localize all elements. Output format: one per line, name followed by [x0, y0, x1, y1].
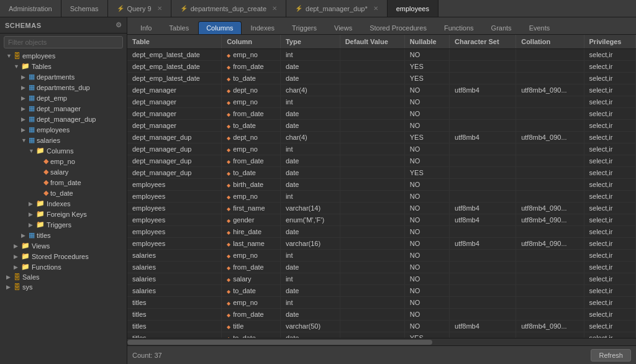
- sidebar-item-sys-db[interactable]: ▶ 🗄 sys: [0, 282, 127, 292]
- arrow-icon: ▶: [14, 243, 20, 249]
- table-row[interactable]: employees ◆gender enum('M','F') NO utf8m…: [127, 214, 636, 226]
- table-row[interactable]: employees ◆emp_no int NO select,ir: [127, 191, 636, 202]
- sidebar-label: Columns: [47, 147, 73, 155]
- table-row[interactable]: titles ◆emp_no int NO select,ir: [127, 297, 636, 309]
- sidebar-item-salary-col[interactable]: ◆ salary: [0, 166, 127, 177]
- sidebar-item-departments[interactable]: ▶ ▦ departments: [0, 71, 127, 82]
- tab-administration[interactable]: Administration: [0, 0, 61, 17]
- cell-charset: [450, 155, 516, 167]
- sidebar-title: SCHEMAS: [5, 22, 42, 29]
- tab-triggers[interactable]: Triggers: [284, 21, 325, 34]
- table-row[interactable]: titles ◆from_date date NO select,ir: [127, 309, 636, 321]
- cell-column: ◆to_date: [222, 73, 281, 84]
- tab-schemas[interactable]: Schemas: [61, 0, 108, 17]
- table-row[interactable]: salaries ◆salary int NO select,ir: [127, 273, 636, 285]
- gear-icon[interactable]: ⚙: [116, 21, 122, 29]
- tab-tables[interactable]: Tables: [161, 21, 197, 34]
- cell-privileges: select,ir: [584, 143, 635, 155]
- tab-grants[interactable]: Grants: [483, 21, 520, 34]
- sidebar-item-to-date-col[interactable]: ◆ to_date: [0, 188, 127, 198]
- cell-type: date: [280, 226, 340, 238]
- columns-table: Table Column Type Default Value Nullable…: [127, 35, 636, 338]
- sidebar-item-columns-folder[interactable]: ▼ 📁 Columns: [0, 145, 127, 156]
- sidebar-item-dept-emp[interactable]: ▶ ▦ dept_emp: [0, 93, 127, 103]
- sidebar-item-from-date-col[interactable]: ◆ from_date: [0, 177, 127, 188]
- cell-collation: [516, 73, 584, 84]
- cell-charset: [450, 120, 516, 132]
- cell-column: ◆emp_no: [222, 96, 281, 108]
- table-row[interactable]: dept_emp_latest_date ◆emp_no int NO sele…: [127, 49, 636, 61]
- cell-nullable: NO: [404, 155, 449, 167]
- table-row[interactable]: dept_manager ◆from_date date NO select,i…: [127, 108, 636, 120]
- tab-views[interactable]: Views: [326, 21, 360, 34]
- sidebar-item-foreign-keys-folder[interactable]: ▶ 📁 Foreign Keys: [0, 209, 127, 219]
- cell-nullable: NO: [404, 179, 449, 191]
- tab-employees[interactable]: employees: [388, 0, 438, 17]
- close-icon-2[interactable]: ✕: [272, 5, 277, 12]
- sidebar-item-dept-manager-dup[interactable]: ▶ ▦ dept_manager_dup: [0, 114, 127, 124]
- tab-dept-manager-dup[interactable]: ⚡ dept_manager_dup* ✕: [286, 0, 388, 17]
- cell-privileges: select,ir: [584, 273, 635, 285]
- tab-stored-procedures[interactable]: Stored Procedures: [361, 21, 435, 34]
- horizontal-scrollbar[interactable]: [127, 338, 636, 345]
- table-row[interactable]: dept_manager ◆dept_no char(4) NO utf8mb4…: [127, 84, 636, 96]
- tab-functions[interactable]: Functions: [436, 21, 482, 34]
- table-row[interactable]: salaries ◆emp_no int NO select,ir: [127, 250, 636, 262]
- cell-nullable: NO: [404, 84, 449, 96]
- sidebar-item-employees-db[interactable]: ▼ 🗄 employees: [0, 51, 127, 61]
- sidebar-item-stored-procedures-folder[interactable]: ▶ 📁 Stored Procedures: [0, 251, 127, 262]
- sidebar-item-triggers-folder[interactable]: ▶ 📁 Triggers: [0, 219, 127, 230]
- arrow-icon: ▶: [14, 253, 20, 260]
- cell-collation: utf8mb4_090...: [516, 132, 584, 143]
- tab-views-label: Views: [334, 24, 352, 32]
- table-row[interactable]: dept_manager ◆emp_no int NO select,ir: [127, 96, 636, 108]
- table-row[interactable]: employees ◆birth_date date NO select,ir: [127, 179, 636, 191]
- tab-query9[interactable]: ⚡ Query 9 ✕: [108, 0, 171, 17]
- table-row[interactable]: dept_manager ◆to_date date NO select,ir: [127, 120, 636, 132]
- tab-info[interactable]: Info: [132, 21, 160, 34]
- cell-table: employees: [127, 179, 222, 191]
- table-row[interactable]: employees ◆last_name varchar(16) NO utf8…: [127, 238, 636, 250]
- cell-table: titles: [127, 297, 222, 309]
- table-row[interactable]: dept_emp_latest_date ◆to_date date YES s…: [127, 73, 636, 84]
- sidebar-item-employees-table[interactable]: ▶ ▦ employees: [0, 124, 127, 135]
- sidebar-item-emp-no-col[interactable]: ◆ emp_no: [0, 156, 127, 166]
- table-row[interactable]: salaries ◆to_date date NO select,ir: [127, 285, 636, 297]
- table-row[interactable]: dept_manager_dup ◆emp_no int NO select,i…: [127, 143, 636, 155]
- sidebar-item-sales-db[interactable]: ▶ 🗄 Sales: [0, 272, 127, 282]
- scrollbar-thumb[interactable]: [127, 340, 432, 345]
- table-row[interactable]: dept_manager_dup ◆dept_no char(4) YES ut…: [127, 132, 636, 143]
- table-row[interactable]: titles ◆to_date date YES select,ir: [127, 332, 636, 339]
- sidebar-item-functions-folder[interactable]: ▶ 📁 Functions: [0, 262, 127, 272]
- cell-collation: [516, 49, 584, 61]
- table-row[interactable]: dept_manager_dup ◆to_date date YES selec…: [127, 167, 636, 179]
- table-row[interactable]: dept_manager_dup ◆from_date date NO sele…: [127, 155, 636, 167]
- tab-indexes[interactable]: Indexes: [243, 21, 283, 34]
- sidebar-item-titles[interactable]: ▶ ▦ titles: [0, 230, 127, 240]
- table-row[interactable]: dept_emp_latest_date ◆from_date date YES…: [127, 61, 636, 73]
- sidebar-item-dept-manager[interactable]: ▶ ▦ dept_manager: [0, 103, 127, 114]
- filter-input[interactable]: [4, 36, 123, 48]
- tab-columns[interactable]: Columns: [198, 21, 241, 34]
- cell-nullable: YES: [404, 167, 449, 179]
- close-icon-3[interactable]: ✕: [373, 5, 378, 12]
- tab-grants-label: Grants: [491, 24, 512, 32]
- col-header-charset: Character Set: [450, 35, 516, 49]
- sidebar-item-views-folder[interactable]: ▶ 📁 Views: [0, 240, 127, 251]
- sidebar-item-tables-folder[interactable]: ▼ 📁 Tables: [0, 61, 127, 71]
- sidebar-item-salaries[interactable]: ▼ ▦ salaries: [0, 135, 127, 145]
- table-row[interactable]: titles ◆title varchar(50) NO utf8mb4 utf…: [127, 321, 636, 332]
- table-row[interactable]: employees ◆first_name varchar(14) NO utf…: [127, 202, 636, 214]
- refresh-button[interactable]: Refresh: [591, 349, 631, 362]
- tab-events[interactable]: Events: [521, 21, 558, 34]
- cell-column: ◆from_date: [222, 155, 281, 167]
- tab-dept-dup-create[interactable]: ⚡ departments_dup_create ✕: [171, 0, 286, 17]
- cell-privileges: select,ir: [584, 250, 635, 262]
- table-row[interactable]: salaries ◆from_date date NO select,ir: [127, 262, 636, 273]
- main-content: SCHEMAS ⚙ ▼ 🗄 employees ▼ 📁 Tables ▶ ▦ d…: [0, 17, 636, 364]
- sidebar-item-indexes-folder[interactable]: ▶ 📁 Indexes: [0, 198, 127, 209]
- cell-table: titles: [127, 332, 222, 339]
- sidebar-item-departments-dup[interactable]: ▶ ▦ departments_dup: [0, 82, 127, 93]
- close-icon[interactable]: ✕: [157, 5, 162, 12]
- table-row[interactable]: employees ◆hire_date date NO select,ir: [127, 226, 636, 238]
